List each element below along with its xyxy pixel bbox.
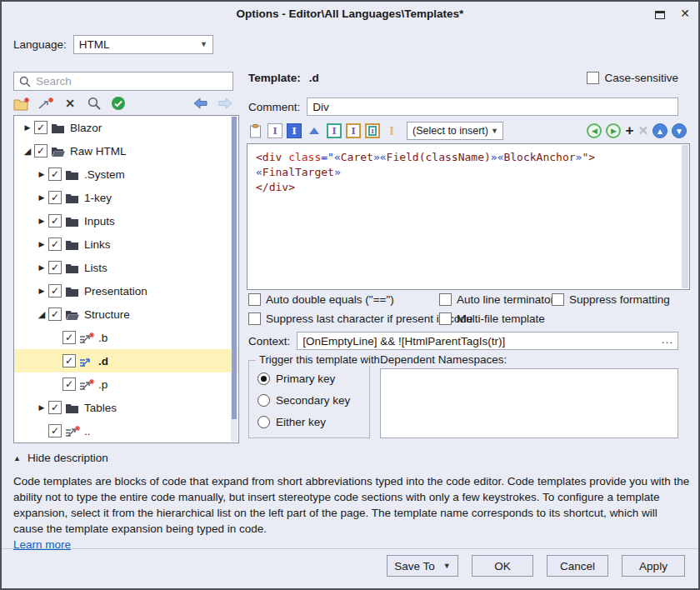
- expander-icon[interactable]: ▶: [35, 240, 48, 248]
- tree-item-label: ..: [84, 425, 91, 438]
- maximize-icon[interactable]: [655, 11, 665, 19]
- folder-icon: [65, 215, 79, 228]
- select-to-insert-dropdown[interactable]: (Select to insert) ▼: [407, 122, 503, 140]
- back-arrow-button[interactable]: [192, 95, 209, 112]
- tree-item[interactable]: ▶✓Inputs: [14, 209, 238, 232]
- tree-item[interactable]: ▶✓.System: [14, 162, 238, 186]
- folder-icon: [65, 402, 79, 414]
- template-editor-panel: Template:.d Case-sensitive Comment: Div …: [247, 72, 690, 443]
- tree-item[interactable]: ▶✓Lists: [14, 256, 238, 279]
- tree-item[interactable]: ✓..: [14, 419, 238, 442]
- tree-item[interactable]: ▶✓Presentation: [14, 279, 238, 302]
- nested-field-button[interactable]: I: [365, 123, 380, 138]
- close-icon[interactable]: ✕: [680, 7, 690, 20]
- template-code-editor[interactable]: <div class="«Caret»«Field(className)»«Bl…: [247, 143, 690, 290]
- tree-item-checkbox[interactable]: ✓: [48, 168, 62, 181]
- field-marker-button[interactable]: I: [327, 123, 342, 138]
- tree-item-checkbox[interactable]: ✓: [48, 261, 62, 274]
- caret-marker-active-button[interactable]: I: [287, 123, 302, 138]
- next-field-button[interactable]: ▶: [606, 123, 621, 138]
- suppress-last-character-checkbox[interactable]: [248, 312, 261, 325]
- delete-button[interactable]: ✕: [62, 95, 78, 112]
- expander-icon[interactable]: ◢: [35, 309, 48, 320]
- suppress-formatting-checkbox[interactable]: [552, 293, 564, 306]
- context-label: Context:: [248, 335, 290, 348]
- tree-item[interactable]: ▶✓Tables: [14, 396, 238, 419]
- description-text: Code templates are blocks of code that e…: [13, 473, 690, 552]
- tree-item-checkbox[interactable]: ✓: [48, 308, 62, 321]
- expander-icon[interactable]: ▶: [35, 170, 48, 178]
- new-folder-button[interactable]: [13, 95, 30, 112]
- tree-item[interactable]: ✓.p: [14, 372, 238, 396]
- paste-button[interactable]: [247, 122, 263, 139]
- dependent-namespaces-input[interactable]: [380, 368, 678, 438]
- tree-item-checkbox[interactable]: ✓: [34, 121, 48, 134]
- editor-scrollbar[interactable]: [682, 145, 688, 288]
- tree-item-label: Lists: [84, 262, 108, 274]
- find-button[interactable]: [86, 95, 102, 112]
- template-icon: [79, 355, 95, 368]
- template-tree: ▶✓Blazor◢✓Raw HTML▶✓.System▶✓1-key▶✓Inpu…: [13, 115, 239, 443]
- either-key-radio[interactable]: Either key: [258, 416, 326, 428]
- tree-item[interactable]: ✓.d: [14, 349, 238, 372]
- add-button[interactable]: +: [625, 122, 633, 139]
- chevron-down-icon: ▼: [443, 562, 451, 570]
- tree-item-checkbox[interactable]: ✓: [48, 191, 62, 204]
- expander-icon[interactable]: ▶: [21, 123, 34, 132]
- auto-double-equals-checkbox[interactable]: [248, 293, 261, 306]
- expander-icon[interactable]: ▶: [35, 263, 48, 272]
- tree-item[interactable]: ◢✓Structure: [14, 302, 238, 326]
- tree-item[interactable]: ▶✓Blazor: [14, 116, 238, 139]
- save-to-button[interactable]: Save To ▼: [387, 555, 458, 577]
- move-up-button[interactable]: ▲: [652, 123, 668, 138]
- ok-button[interactable]: OK: [472, 555, 533, 577]
- move-down-button[interactable]: ▼: [672, 123, 687, 138]
- case-sensitive-checkbox[interactable]: [587, 72, 599, 84]
- expander-icon[interactable]: ▶: [35, 403, 48, 412]
- tree-item-checkbox[interactable]: ✓: [62, 378, 76, 391]
- tree-item[interactable]: ▶✓Links: [14, 232, 238, 256]
- template-label: Template:: [248, 72, 301, 84]
- tree-item[interactable]: ◢✓Raw HTML: [14, 139, 238, 162]
- prev-field-button[interactable]: ◀: [587, 123, 602, 138]
- comment-input[interactable]: Div: [307, 98, 678, 116]
- hide-description-toggle[interactable]: ▲ Hide description: [13, 452, 108, 464]
- tree-item-checkbox[interactable]: ✓: [48, 284, 62, 298]
- multi-file-template-checkbox[interactable]: [439, 312, 452, 325]
- secondary-key-radio[interactable]: Secondary key: [258, 394, 350, 407]
- expander-icon[interactable]: ▶: [35, 193, 48, 202]
- auto-line-terminator-checkbox[interactable]: [439, 293, 452, 306]
- enabled-check-button[interactable]: [110, 95, 127, 112]
- tree-scrollbar[interactable]: [231, 117, 238, 442]
- tree-item-checkbox[interactable]: ✓: [48, 238, 62, 251]
- tree-item-checkbox[interactable]: ✓: [48, 424, 62, 438]
- template-icon: [79, 332, 95, 344]
- tree-item-checkbox[interactable]: ✓: [62, 331, 76, 344]
- text-field-button[interactable]: I: [346, 123, 361, 138]
- forward-arrow-button[interactable]: [217, 95, 233, 112]
- tree-item-checkbox[interactable]: ✓: [62, 354, 76, 368]
- apply-button[interactable]: Apply: [622, 555, 685, 577]
- expander-icon[interactable]: ▶: [35, 287, 48, 295]
- expander-icon[interactable]: ◢: [21, 146, 34, 157]
- tree-item[interactable]: ✓.b: [14, 326, 238, 349]
- language-dropdown[interactable]: HTML ▼: [73, 35, 213, 54]
- new-template-button[interactable]: [38, 95, 54, 112]
- tree-item-checkbox[interactable]: ✓: [48, 214, 62, 228]
- cancel-button[interactable]: Cancel: [547, 555, 608, 577]
- tree-item[interactable]: ▶✓1-key: [14, 186, 238, 209]
- block-anchor-button[interactable]: [306, 122, 322, 139]
- context-input[interactable]: [OnEmptyLine] && ![HtmlParentTagIs(tr)] …: [297, 332, 678, 350]
- auto-line-terminator-label: Auto line terminator: [457, 293, 554, 306]
- trigger-group-title: Trigger this template with: [256, 353, 383, 366]
- expander-icon[interactable]: ▶: [35, 217, 48, 225]
- tree-item-checkbox[interactable]: ✓: [34, 144, 48, 158]
- caret-marker-button[interactable]: I: [268, 123, 282, 138]
- folder-icon: [65, 401, 81, 414]
- primary-key-radio[interactable]: Primary key: [258, 372, 335, 385]
- search-input[interactable]: Search: [13, 72, 233, 91]
- context-browse-button[interactable]: ...: [662, 333, 673, 346]
- tree-item-label: Blazor: [70, 122, 102, 134]
- code-line: <div class="«Caret»«Field(className)»«Bl…: [256, 150, 681, 165]
- tree-item-checkbox[interactable]: ✓: [48, 401, 62, 414]
